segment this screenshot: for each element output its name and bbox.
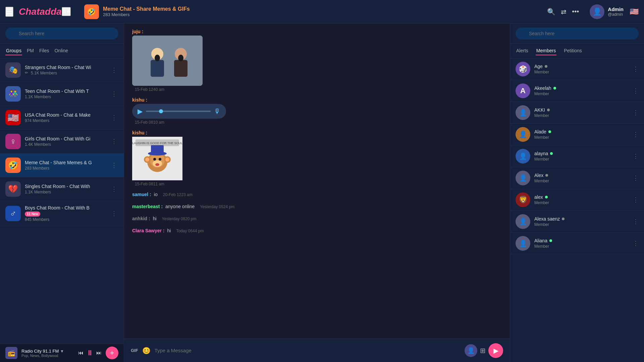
room-more-strangers[interactable]: ⋮ bbox=[110, 65, 118, 75]
member-name-age: Age bbox=[534, 64, 633, 69]
message-input[interactable] bbox=[155, 348, 461, 353]
hamburger-button[interactable]: ☰ bbox=[5, 7, 13, 17]
member-item-age[interactable]: 🎲 Age Member ⋮ bbox=[510, 58, 644, 80]
member-more-aliana[interactable]: ⋮ bbox=[633, 240, 639, 247]
member-more-alex-cap[interactable]: ⋮ bbox=[633, 174, 639, 182]
top-header: ☰ Chatadda ≡+ 🤣 Meme Chat - Share Memes … bbox=[0, 0, 644, 23]
invite-button[interactable]: ⊞ bbox=[480, 347, 486, 355]
more-action-button[interactable]: ••• bbox=[572, 8, 579, 15]
search-action-button[interactable]: 🔍 bbox=[547, 8, 555, 16]
message-anhkid: anhkid : hi Yesterday 0820 pm bbox=[132, 216, 502, 223]
gif-button[interactable]: GIF bbox=[131, 348, 138, 353]
member-more-akki[interactable]: ⋮ bbox=[633, 109, 639, 116]
chat-name: Meme Chat - Share Memes & GIFs bbox=[103, 6, 190, 12]
room-more-teen[interactable]: ⋮ bbox=[110, 89, 118, 99]
room-item-teen[interactable]: 👫 Teen Chat Room - Chat With T 1.1K Memb… bbox=[0, 82, 124, 106]
member-item-alex-cap[interactable]: 👤 Alex Member ⋮ bbox=[510, 167, 644, 189]
room-info-teen: Teen Chat Room - Chat With T 1.1K Member… bbox=[25, 88, 110, 99]
room-item-meme[interactable]: 🤣 Meme Chat - Share Memes & G 283 Member… bbox=[0, 154, 124, 177]
room-info-meme: Meme Chat - Share Memes & G 283 Members bbox=[25, 160, 110, 171]
member-more-age[interactable]: ⋮ bbox=[633, 65, 639, 73]
sender-anhkid: anhkid : bbox=[132, 216, 150, 221]
member-item-akeelah[interactable]: A Akeelah Member ⋮ bbox=[510, 80, 644, 102]
room-more-boys[interactable]: ⋮ bbox=[110, 208, 118, 219]
message-masterbeast: masterbeast : anyone online Yesterday 05… bbox=[132, 204, 502, 210]
chat-header-avatar: 🤣 bbox=[84, 4, 99, 19]
emoji-button[interactable]: 😊 bbox=[142, 347, 151, 355]
member-item-alexa[interactable]: 👤 Alexa saenz Member ⋮ bbox=[510, 211, 644, 233]
tab-files[interactable]: Files bbox=[39, 47, 50, 55]
sender-kishu-1: kishu : bbox=[132, 97, 502, 103]
add-fab-button[interactable]: + bbox=[106, 347, 118, 359]
member-name-alexa: Alexa saenz bbox=[534, 216, 633, 222]
status-dot-aliana bbox=[549, 239, 552, 242]
player-prev-button[interactable]: ⏮ bbox=[78, 350, 84, 356]
member-item-akki[interactable]: 👤 AKKI Member ⋮ bbox=[510, 102, 644, 124]
send-button[interactable]: ▶ bbox=[488, 343, 503, 358]
room-members-usa: 974 Members bbox=[25, 118, 110, 123]
member-item-alade[interactable]: 👤 Alade Member ⋮ bbox=[510, 124, 644, 145]
player-next-button[interactable]: ⏭ bbox=[96, 350, 102, 356]
room-members-meme: 283 Members bbox=[25, 166, 110, 171]
member-avatar-age: 🎲 bbox=[516, 62, 530, 76]
left-search-input[interactable] bbox=[5, 27, 118, 40]
room-item-strangers[interactable]: 🎭 Strangers Chat Room - Chat Wi ✏ 5.1K M… bbox=[0, 58, 124, 82]
tab-members[interactable]: Members bbox=[536, 47, 556, 55]
audio-progress-bar[interactable] bbox=[146, 111, 211, 112]
room-avatar-strangers: 🎭 bbox=[5, 62, 21, 78]
room-item-boys[interactable]: ♂ Boys Chat Room - Chat With B 11 New 84… bbox=[0, 201, 124, 226]
room-more-singles[interactable]: ⋮ bbox=[110, 184, 118, 194]
room-more-girls[interactable]: ⋮ bbox=[110, 136, 118, 146]
switch-action-button[interactable]: ⇄ bbox=[561, 8, 567, 16]
room-list: 🎭 Strangers Chat Room - Chat Wi ✏ 5.1K M… bbox=[0, 58, 124, 344]
room-info-singles: Singles Chat Room - Chat With 1.1K Membe… bbox=[25, 184, 110, 194]
member-item-aliana[interactable]: 👤 Aliana Member ⋮ bbox=[510, 233, 644, 254]
member-info-akeelah: Akeelah Member bbox=[534, 85, 633, 96]
svg-point-14 bbox=[159, 158, 161, 161]
tab-pm[interactable]: PM bbox=[26, 47, 35, 55]
tab-petitions[interactable]: Petitions bbox=[563, 47, 583, 55]
sender-kishu-2: kishu : bbox=[132, 130, 502, 135]
room-item-usa[interactable]: 🇺🇸 USA Chat Room - Chat & Make 974 Membe… bbox=[0, 106, 124, 130]
member-item-alex[interactable]: 🦁 alex Member ⋮ bbox=[510, 189, 644, 211]
tab-online[interactable]: Online bbox=[54, 47, 68, 55]
audio-progress-dot bbox=[159, 109, 163, 113]
member-more-alex[interactable]: ⋮ bbox=[633, 196, 639, 203]
timestamp-kishu-2: 15-Feb 0811 am bbox=[135, 182, 502, 186]
member-role-aliana: Member bbox=[534, 244, 633, 249]
room-item-singles[interactable]: 💔 Singles Chat Room - Chat With 1.1K Mem… bbox=[0, 177, 124, 201]
member-more-alade[interactable]: ⋮ bbox=[633, 131, 639, 138]
new-badge-boys: 11 New bbox=[25, 212, 40, 217]
audio-play-button[interactable]: ▶ bbox=[138, 107, 143, 115]
member-info-age: Age Member bbox=[534, 64, 633, 74]
svg-text:LAUGHIN IS GOOD FOR THE SOUL: LAUGHIN IS GOOD FOR THE SOUL bbox=[132, 141, 182, 145]
clara-message-line: Clara Sawyer : hi Today 0644 pm bbox=[132, 228, 502, 235]
right-search-input[interactable] bbox=[516, 27, 639, 40]
samuel-message-line: samuel : io 20-Feb 1223 am bbox=[132, 192, 502, 198]
members-list: 🎲 Age Member ⋮ A Akeelah Member ⋮ 👤 bbox=[510, 58, 644, 362]
room-more-meme[interactable]: ⋮ bbox=[110, 160, 118, 170]
room-more-usa[interactable]: ⋮ bbox=[110, 113, 118, 123]
member-more-alexa[interactable]: ⋮ bbox=[633, 218, 639, 225]
tab-groups[interactable]: Groups bbox=[5, 47, 22, 55]
room-avatar-girls: ♀ bbox=[5, 134, 21, 149]
logo: Chatadda bbox=[19, 6, 62, 17]
user-name: Admin bbox=[608, 6, 624, 12]
room-members-strangers: 5.1K Members bbox=[31, 71, 57, 75]
member-more-alayna[interactable]: ⋮ bbox=[633, 153, 639, 160]
room-item-girls[interactable]: ♀ Girls Chat Room - Chat With Gi 1.4K Me… bbox=[0, 130, 124, 154]
member-item-alayna[interactable]: 👤 alayna Member ⋮ bbox=[510, 145, 644, 167]
player-pause-button[interactable]: ⏸ bbox=[86, 349, 94, 357]
member-more-akeelah[interactable]: ⋮ bbox=[633, 87, 639, 95]
svg-point-15 bbox=[155, 163, 159, 166]
main-layout: 🔍 Groups PM Files Online 🎭 Strangers Cha… bbox=[0, 23, 644, 362]
player-info: Radio City 91.1 FM ▼ Pop, News, Bollywoo… bbox=[21, 349, 74, 358]
add-room-button[interactable]: ≡+ bbox=[62, 7, 71, 16]
room-members-boys: 845 Members bbox=[25, 217, 110, 222]
member-name-aliana: Aliana bbox=[534, 238, 633, 243]
user-handle: @admin bbox=[608, 12, 624, 17]
bottom-player: 📻 Radio City 91.1 FM ▼ Pop, News, Bollyw… bbox=[0, 344, 124, 362]
svg-rect-2 bbox=[151, 60, 164, 77]
message-kishu-gif: kishu : LAUGHIN IS GOOD FOR THE SOUL bbox=[132, 130, 502, 186]
tab-alerts[interactable]: Alerts bbox=[516, 47, 529, 55]
